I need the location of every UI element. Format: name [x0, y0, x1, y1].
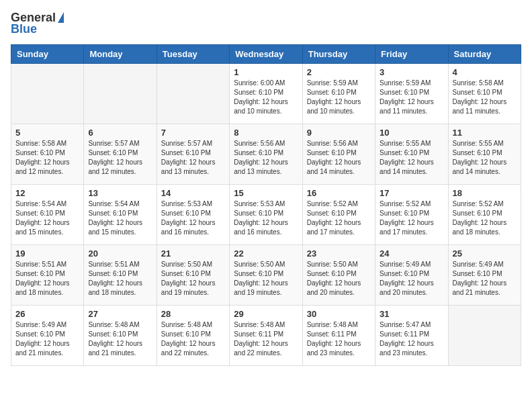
- day-info: Sunrise: 5:59 AM Sunset: 6:10 PM Dayligh…: [380, 79, 443, 116]
- calendar-cell: 15Sunrise: 5:53 AM Sunset: 6:10 PM Dayli…: [230, 185, 302, 245]
- calendar-cell: 28Sunrise: 5:48 AM Sunset: 6:10 PM Dayli…: [157, 306, 229, 366]
- day-number: 7: [161, 128, 225, 138]
- calendar-cell: 1Sunrise: 6:00 AM Sunset: 6:10 PM Daylig…: [230, 64, 302, 124]
- day-info: Sunrise: 5:50 AM Sunset: 6:10 PM Dayligh…: [234, 260, 298, 298]
- day-number: 26: [15, 309, 79, 319]
- day-number: 20: [88, 248, 152, 259]
- day-number: 9: [307, 128, 371, 138]
- calendar-cell: 13Sunrise: 5:54 AM Sunset: 6:10 PM Dayli…: [84, 185, 157, 245]
- day-info: Sunrise: 5:47 AM Sunset: 6:11 PM Dayligh…: [380, 320, 443, 358]
- calendar-cell: 27Sunrise: 5:48 AM Sunset: 6:10 PM Dayli…: [84, 306, 157, 366]
- calendar-cell: 19Sunrise: 5:51 AM Sunset: 6:10 PM Dayli…: [11, 245, 84, 306]
- day-number: 15: [234, 188, 298, 198]
- calendar-header-row: SundayMondayTuesdayWednesdayThursdayFrid…: [11, 45, 521, 64]
- calendar-week-row: 19Sunrise: 5:51 AM Sunset: 6:10 PM Dayli…: [11, 245, 521, 306]
- day-number: 11: [453, 128, 517, 138]
- day-info: Sunrise: 5:52 AM Sunset: 6:10 PM Dayligh…: [380, 199, 443, 237]
- day-info: Sunrise: 5:50 AM Sunset: 6:10 PM Dayligh…: [161, 260, 225, 298]
- calendar-cell: 10Sunrise: 5:55 AM Sunset: 6:10 PM Dayli…: [375, 124, 448, 185]
- day-number: 8: [234, 128, 298, 138]
- day-number: 14: [161, 188, 225, 198]
- day-of-week-wednesday: Wednesday: [230, 45, 302, 64]
- day-info: Sunrise: 5:48 AM Sunset: 6:10 PM Dayligh…: [88, 320, 152, 358]
- calendar-cell: 5Sunrise: 5:58 AM Sunset: 6:10 PM Daylig…: [11, 124, 84, 185]
- day-info: Sunrise: 6:00 AM Sunset: 6:10 PM Dayligh…: [234, 79, 298, 116]
- day-number: 30: [307, 309, 371, 319]
- calendar-cell: 23Sunrise: 5:50 AM Sunset: 6:10 PM Dayli…: [302, 245, 375, 306]
- calendar-cell: 30Sunrise: 5:48 AM Sunset: 6:11 PM Dayli…: [302, 306, 375, 366]
- day-info: Sunrise: 5:48 AM Sunset: 6:11 PM Dayligh…: [307, 320, 371, 358]
- day-number: 24: [380, 248, 443, 259]
- calendar-cell: 31Sunrise: 5:47 AM Sunset: 6:11 PM Dayli…: [375, 306, 448, 366]
- calendar-cell: [11, 64, 84, 124]
- calendar-cell: 29Sunrise: 5:48 AM Sunset: 6:11 PM Dayli…: [230, 306, 302, 366]
- day-number: 6: [88, 128, 152, 138]
- calendar-week-row: 1Sunrise: 6:00 AM Sunset: 6:10 PM Daylig…: [11, 64, 521, 124]
- day-number: 29: [234, 309, 298, 319]
- calendar-cell: 6Sunrise: 5:57 AM Sunset: 6:10 PM Daylig…: [84, 124, 157, 185]
- day-number: 18: [453, 188, 517, 198]
- day-info: Sunrise: 5:57 AM Sunset: 6:10 PM Dayligh…: [161, 139, 225, 177]
- day-number: 21: [161, 248, 225, 259]
- day-info: Sunrise: 5:53 AM Sunset: 6:10 PM Dayligh…: [161, 199, 225, 237]
- day-of-week-saturday: Saturday: [448, 45, 521, 64]
- calendar-cell: 21Sunrise: 5:50 AM Sunset: 6:10 PM Dayli…: [157, 245, 229, 306]
- day-info: Sunrise: 5:58 AM Sunset: 6:10 PM Dayligh…: [15, 139, 79, 177]
- day-number: 17: [380, 188, 443, 198]
- calendar-cell: 9Sunrise: 5:56 AM Sunset: 6:10 PM Daylig…: [302, 124, 375, 185]
- day-number: 22: [234, 248, 298, 259]
- day-info: Sunrise: 5:56 AM Sunset: 6:10 PM Dayligh…: [307, 139, 371, 177]
- day-number: 12: [15, 188, 79, 198]
- day-info: Sunrise: 5:58 AM Sunset: 6:10 PM Dayligh…: [453, 79, 517, 116]
- day-info: Sunrise: 5:48 AM Sunset: 6:10 PM Dayligh…: [161, 320, 225, 358]
- logo-triangle-icon: [58, 12, 64, 23]
- calendar-cell: 4Sunrise: 5:58 AM Sunset: 6:10 PM Daylig…: [448, 64, 521, 124]
- calendar-cell: 26Sunrise: 5:49 AM Sunset: 6:10 PM Dayli…: [11, 306, 84, 366]
- day-info: Sunrise: 5:50 AM Sunset: 6:10 PM Dayligh…: [307, 260, 371, 298]
- day-number: 3: [380, 67, 443, 77]
- day-info: Sunrise: 5:51 AM Sunset: 6:10 PM Dayligh…: [15, 260, 79, 298]
- day-info: Sunrise: 5:52 AM Sunset: 6:10 PM Dayligh…: [307, 199, 371, 237]
- day-info: Sunrise: 5:54 AM Sunset: 6:10 PM Dayligh…: [15, 199, 79, 237]
- calendar-cell: 24Sunrise: 5:49 AM Sunset: 6:10 PM Dayli…: [375, 245, 448, 306]
- day-of-week-monday: Monday: [84, 45, 157, 64]
- day-number: 27: [88, 309, 152, 319]
- day-number: 23: [307, 248, 371, 259]
- day-info: Sunrise: 5:54 AM Sunset: 6:10 PM Dayligh…: [88, 199, 152, 237]
- logo-blue-text: Blue: [11, 22, 37, 36]
- day-number: 25: [453, 248, 517, 259]
- day-number: 2: [307, 67, 371, 77]
- calendar-cell: 12Sunrise: 5:54 AM Sunset: 6:10 PM Dayli…: [11, 185, 84, 245]
- day-info: Sunrise: 5:51 AM Sunset: 6:10 PM Dayligh…: [88, 260, 152, 298]
- calendar-cell: 20Sunrise: 5:51 AM Sunset: 6:10 PM Dayli…: [84, 245, 157, 306]
- calendar-cell: 7Sunrise: 5:57 AM Sunset: 6:10 PM Daylig…: [157, 124, 229, 185]
- day-info: Sunrise: 5:49 AM Sunset: 6:10 PM Dayligh…: [15, 320, 79, 358]
- day-info: Sunrise: 5:48 AM Sunset: 6:11 PM Dayligh…: [234, 320, 298, 358]
- day-number: 19: [15, 248, 79, 259]
- calendar-week-row: 5Sunrise: 5:58 AM Sunset: 6:10 PM Daylig…: [11, 124, 521, 185]
- logo: General Blue: [11, 11, 64, 36]
- calendar-cell: 2Sunrise: 5:59 AM Sunset: 6:10 PM Daylig…: [302, 64, 375, 124]
- day-info: Sunrise: 5:55 AM Sunset: 6:10 PM Dayligh…: [380, 139, 443, 177]
- day-info: Sunrise: 5:55 AM Sunset: 6:10 PM Dayligh…: [453, 139, 517, 177]
- day-info: Sunrise: 5:59 AM Sunset: 6:10 PM Dayligh…: [307, 79, 371, 116]
- calendar-cell: 14Sunrise: 5:53 AM Sunset: 6:10 PM Dayli…: [157, 185, 229, 245]
- calendar-cell: 18Sunrise: 5:52 AM Sunset: 6:10 PM Dayli…: [448, 185, 521, 245]
- day-info: Sunrise: 5:52 AM Sunset: 6:10 PM Dayligh…: [453, 199, 517, 237]
- day-of-week-friday: Friday: [375, 45, 448, 64]
- calendar-week-row: 26Sunrise: 5:49 AM Sunset: 6:10 PM Dayli…: [11, 306, 521, 366]
- page-header: General Blue: [11, 11, 521, 36]
- day-number: 16: [307, 188, 371, 198]
- calendar-cell: 25Sunrise: 5:49 AM Sunset: 6:10 PM Dayli…: [448, 245, 521, 306]
- day-of-week-thursday: Thursday: [302, 45, 375, 64]
- day-number: 5: [15, 128, 79, 138]
- calendar-cell: 17Sunrise: 5:52 AM Sunset: 6:10 PM Dayli…: [375, 185, 448, 245]
- calendar-table: SundayMondayTuesdayWednesdayThursdayFrid…: [11, 44, 521, 366]
- day-number: 1: [234, 67, 298, 77]
- day-info: Sunrise: 5:53 AM Sunset: 6:10 PM Dayligh…: [234, 199, 298, 237]
- calendar-cell: 11Sunrise: 5:55 AM Sunset: 6:10 PM Dayli…: [448, 124, 521, 185]
- day-number: 10: [380, 128, 443, 138]
- calendar-cell: 16Sunrise: 5:52 AM Sunset: 6:10 PM Dayli…: [302, 185, 375, 245]
- day-info: Sunrise: 5:49 AM Sunset: 6:10 PM Dayligh…: [380, 260, 443, 298]
- calendar-cell: 22Sunrise: 5:50 AM Sunset: 6:10 PM Dayli…: [230, 245, 302, 306]
